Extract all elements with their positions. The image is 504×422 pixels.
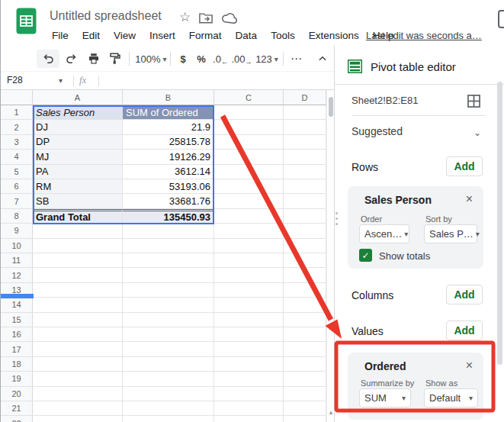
menu-item-data[interactable]: Data xyxy=(229,28,265,43)
row-header-16[interactable]: 16 xyxy=(1,327,33,342)
cell-B2[interactable]: 21.9 xyxy=(123,120,214,134)
cell-A1[interactable]: Sales Person xyxy=(33,105,123,120)
cell-A18[interactable] xyxy=(33,357,123,372)
close-icon[interactable]: × xyxy=(466,192,473,206)
menu-item-tools[interactable]: Tools xyxy=(264,28,302,43)
cloud-saved-icon[interactable] xyxy=(222,13,237,24)
cell-B19[interactable] xyxy=(123,372,214,386)
menu-item-insert[interactable]: Insert xyxy=(143,28,182,43)
cell-D6[interactable] xyxy=(284,179,326,194)
paint-format-button[interactable] xyxy=(105,50,125,68)
cell-D20[interactable] xyxy=(284,387,326,401)
decrease-decimal-button[interactable]: .0← xyxy=(211,50,230,68)
column-header-D[interactable]: D xyxy=(284,90,326,105)
cell-C4[interactable] xyxy=(214,150,284,164)
cell-C3[interactable] xyxy=(214,135,284,150)
row-header-11[interactable]: 11 xyxy=(1,253,33,268)
cell-B9[interactable] xyxy=(123,224,214,238)
cell-C9[interactable] xyxy=(214,224,284,238)
cell-A19[interactable] xyxy=(33,372,123,386)
history-icon-partial[interactable] xyxy=(498,10,504,28)
panel-scrollbar-thumb[interactable] xyxy=(497,82,502,365)
name-box[interactable]: F28 xyxy=(7,75,23,85)
cell-A17[interactable] xyxy=(33,342,123,356)
add-columns-button[interactable]: Add xyxy=(446,285,483,304)
row-header-17[interactable]: 17 xyxy=(1,342,33,356)
cell-A12[interactable] xyxy=(33,268,123,282)
cell-A9[interactable] xyxy=(33,224,123,238)
cell-B10[interactable] xyxy=(123,239,214,253)
last-edit-link[interactable]: Last edit was seconds a… xyxy=(366,30,482,41)
more-tools-button[interactable]: ⋯ xyxy=(287,50,306,68)
show-totals-checkbox[interactable]: ✓ xyxy=(359,249,372,262)
cell-C2[interactable] xyxy=(214,120,284,134)
cell-B20[interactable] xyxy=(123,387,214,401)
cell-D12[interactable] xyxy=(284,268,326,282)
menu-item-view[interactable]: View xyxy=(107,28,143,43)
row-header-7[interactable]: 7 xyxy=(1,194,33,208)
column-header-B[interactable]: B xyxy=(123,90,214,105)
cell-B11[interactable] xyxy=(123,253,214,268)
redo-button[interactable] xyxy=(62,50,82,68)
cell-B5[interactable]: 3612.14 xyxy=(123,165,214,179)
cell-C17[interactable] xyxy=(214,342,284,356)
cell-A13[interactable] xyxy=(33,283,123,298)
cell-C22[interactable] xyxy=(214,416,284,422)
cell-C21[interactable] xyxy=(214,401,284,416)
cell-D5[interactable] xyxy=(284,165,326,179)
cell-D15[interactable] xyxy=(284,313,326,327)
column-header-A[interactable]: A xyxy=(33,90,123,105)
close-icon[interactable]: × xyxy=(466,359,473,372)
format-percent-button[interactable]: % xyxy=(193,50,210,68)
row-header-21[interactable]: 21 xyxy=(1,401,33,416)
cell-D21[interactable] xyxy=(284,401,326,416)
sheet-vertical-scrollbar[interactable]: ▲ xyxy=(326,90,334,422)
cell-D16[interactable] xyxy=(284,327,326,342)
cell-C20[interactable] xyxy=(214,387,284,401)
sheets-logo-icon[interactable] xyxy=(16,8,37,34)
row-header-2[interactable]: 2 xyxy=(1,120,33,134)
cell-C7[interactable] xyxy=(214,194,284,208)
cell-D7[interactable] xyxy=(284,194,326,208)
star-icon[interactable]: ☆ xyxy=(179,11,191,23)
cell-D19[interactable] xyxy=(284,372,326,386)
row-header-4[interactable]: 4 xyxy=(1,150,33,164)
row-header-18[interactable]: 18 xyxy=(1,357,33,372)
menu-item-file[interactable]: File xyxy=(45,28,75,43)
pivot-range-input[interactable]: Sheet2!B2:E81 xyxy=(352,95,418,106)
cell-C19[interactable] xyxy=(214,372,284,386)
cell-A3[interactable]: DP xyxy=(33,135,123,150)
cell-B21[interactable] xyxy=(123,401,214,416)
cell-C8[interactable] xyxy=(214,209,284,224)
collapse-toolbar-button[interactable] xyxy=(313,50,332,68)
more-formats-button[interactable]: 123▾ xyxy=(254,50,280,68)
cell-B14[interactable] xyxy=(123,298,214,312)
summarize-by-select[interactable]: SUM▾ xyxy=(359,388,411,408)
cell-B1[interactable]: SUM of Ordered xyxy=(123,105,214,120)
cell-D4[interactable] xyxy=(284,150,326,164)
row-header-9[interactable]: 9 xyxy=(1,224,33,238)
row-header-15[interactable]: 15 xyxy=(1,313,33,327)
row-header-22[interactable]: 22 xyxy=(1,416,33,422)
cell-C18[interactable] xyxy=(214,357,284,372)
cell-B18[interactable] xyxy=(123,357,214,372)
sortby-select[interactable]: Sales P…▾ xyxy=(424,224,477,243)
row-header-10[interactable]: 10 xyxy=(1,239,33,253)
row-header-5[interactable]: 5 xyxy=(1,165,33,179)
cell-A22[interactable] xyxy=(33,416,123,422)
cell-B13[interactable] xyxy=(123,283,214,298)
zoom-select[interactable]: 100%▾ xyxy=(135,50,167,68)
show-as-select[interactable]: Default▾ xyxy=(424,388,478,408)
scrollbar-arrow-icon[interactable]: ▲ xyxy=(328,409,334,416)
suggested-section[interactable]: Suggested xyxy=(352,125,403,137)
menu-item-edit[interactable]: Edit xyxy=(75,28,107,43)
row-header-14[interactable]: 14 xyxy=(1,298,33,312)
cell-D17[interactable] xyxy=(284,342,326,356)
formula-input[interactable] xyxy=(98,76,99,86)
cell-B22[interactable] xyxy=(123,416,214,422)
cell-A4[interactable]: MJ xyxy=(33,150,123,164)
row-resize-indicator[interactable] xyxy=(1,294,34,298)
cell-D9[interactable] xyxy=(284,224,326,238)
cell-C1[interactable] xyxy=(214,105,284,120)
cell-B17[interactable] xyxy=(123,342,214,356)
